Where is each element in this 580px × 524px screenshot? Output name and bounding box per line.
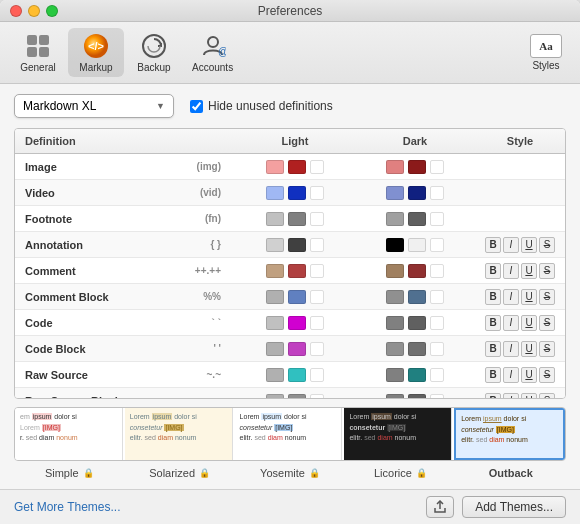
dark-color-1[interactable] [386, 316, 404, 330]
bold-button[interactable]: B [485, 315, 501, 331]
bold-button[interactable]: B [485, 341, 501, 357]
dark-color-2[interactable] [408, 394, 426, 400]
underline-button[interactable]: U [521, 315, 537, 331]
theme-preview-solarized[interactable]: Lorem ipsum dolor si consetetur [IMG] el… [125, 408, 233, 460]
light-color-1[interactable] [266, 290, 284, 304]
bold-button[interactable]: B [485, 367, 501, 383]
italic-button[interactable]: I [503, 289, 519, 305]
cell-light[interactable] [235, 157, 355, 177]
italic-button[interactable]: I [503, 237, 519, 253]
strikethrough-button[interactable]: S [539, 237, 555, 253]
cell-dark[interactable] [355, 209, 475, 229]
add-themes-button[interactable]: Add Themes... [462, 496, 566, 518]
strikethrough-button[interactable]: S [539, 263, 555, 279]
light-color-2[interactable] [288, 212, 306, 226]
light-color-2[interactable] [288, 394, 306, 400]
cell-dark[interactable] [355, 261, 475, 281]
light-color-2[interactable] [288, 186, 306, 200]
light-color-1[interactable] [266, 238, 284, 252]
toolbar-styles[interactable]: Aa Styles [522, 30, 570, 75]
strikethrough-button[interactable]: S [539, 341, 555, 357]
cell-dark[interactable] [355, 287, 475, 307]
bold-button[interactable]: B [485, 263, 501, 279]
underline-button[interactable]: U [521, 237, 537, 253]
italic-button[interactable]: I [503, 393, 519, 400]
dark-color-1[interactable] [386, 160, 404, 174]
dark-color-1[interactable] [386, 290, 404, 304]
light-color-1[interactable] [266, 316, 284, 330]
dark-color-1[interactable] [386, 342, 404, 356]
dark-color-2[interactable] [408, 316, 426, 330]
italic-button[interactable]: I [503, 341, 519, 357]
dark-color-1[interactable] [386, 212, 404, 226]
share-button[interactable] [426, 496, 454, 518]
theme-name-yosemite[interactable]: Yosemite🔒 [235, 467, 345, 479]
theme-preview-simple[interactable]: em ipsum dolor si Lorem [IMG] r. sed dia… [15, 408, 123, 460]
strikethrough-button[interactable]: S [539, 289, 555, 305]
underline-button[interactable]: U [521, 263, 537, 279]
light-color-2[interactable] [288, 264, 306, 278]
theme-name-simple[interactable]: Simple🔒 [14, 467, 124, 479]
light-color-1[interactable] [266, 212, 284, 226]
toolbar-item-markup[interactable]: </> Markup [68, 28, 124, 77]
dark-color-1[interactable] [386, 264, 404, 278]
strikethrough-button[interactable]: S [539, 367, 555, 383]
light-color-1[interactable] [266, 186, 284, 200]
cell-light[interactable] [235, 287, 355, 307]
hide-unused-checkbox-label[interactable]: Hide unused definitions [190, 99, 333, 113]
light-color-2[interactable] [288, 238, 306, 252]
light-color-2[interactable] [288, 290, 306, 304]
strikethrough-button[interactable]: S [539, 315, 555, 331]
toolbar-item-accounts[interactable]: @ Accounts [184, 28, 241, 77]
dark-color-2[interactable] [408, 342, 426, 356]
theme-name-outback[interactable]: Outback [456, 467, 566, 479]
dark-color-2[interactable] [408, 186, 426, 200]
light-color-2[interactable] [288, 316, 306, 330]
underline-button[interactable]: U [521, 289, 537, 305]
cell-dark[interactable] [355, 235, 475, 255]
cell-dark[interactable] [355, 313, 475, 333]
cell-light[interactable] [235, 183, 355, 203]
underline-button[interactable]: U [521, 393, 537, 400]
cell-dark[interactable] [355, 157, 475, 177]
bold-button[interactable]: B [485, 289, 501, 305]
toolbar-item-general[interactable]: General [10, 28, 66, 77]
theme-name-licorice[interactable]: Licorice🔒 [345, 467, 455, 479]
bold-button[interactable]: B [485, 393, 501, 400]
light-color-2[interactable] [288, 368, 306, 382]
dark-color-2[interactable] [408, 160, 426, 174]
toolbar-item-backup[interactable]: Backup [126, 28, 182, 77]
dark-color-2[interactable] [408, 238, 426, 252]
cell-dark[interactable] [355, 183, 475, 203]
cell-light[interactable] [235, 313, 355, 333]
hide-unused-checkbox[interactable] [190, 100, 203, 113]
light-color-1[interactable] [266, 368, 284, 382]
light-color-1[interactable] [266, 342, 284, 356]
get-more-themes-link[interactable]: Get More Themes... [14, 500, 120, 514]
dark-color-2[interactable] [408, 264, 426, 278]
theme-preview-licorice[interactable]: Lorem ipsum dolor si consetetur [IMG] el… [344, 408, 452, 460]
cell-dark[interactable] [355, 391, 475, 400]
dark-color-1[interactable] [386, 394, 404, 400]
markdown-dropdown[interactable]: Markdown XL ▼ [14, 94, 174, 118]
underline-button[interactable]: U [521, 367, 537, 383]
light-color-2[interactable] [288, 160, 306, 174]
dark-color-1[interactable] [386, 186, 404, 200]
cell-light[interactable] [235, 339, 355, 359]
italic-button[interactable]: I [503, 263, 519, 279]
italic-button[interactable]: I [503, 367, 519, 383]
strikethrough-button[interactable]: S [539, 393, 555, 400]
dark-color-1[interactable] [386, 368, 404, 382]
bold-button[interactable]: B [485, 237, 501, 253]
cell-light[interactable] [235, 235, 355, 255]
minimize-button[interactable] [28, 5, 40, 17]
cell-light[interactable] [235, 365, 355, 385]
theme-name-solarized[interactable]: Solarized🔒 [124, 467, 234, 479]
dark-color-1[interactable] [386, 238, 404, 252]
dark-color-2[interactable] [408, 290, 426, 304]
theme-preview-outback[interactable]: Lorem ipsum dolor si consetetur [IMG] el… [454, 408, 565, 460]
light-color-1[interactable] [266, 160, 284, 174]
dark-color-2[interactable] [408, 212, 426, 226]
maximize-button[interactable] [46, 5, 58, 17]
cell-dark[interactable] [355, 365, 475, 385]
